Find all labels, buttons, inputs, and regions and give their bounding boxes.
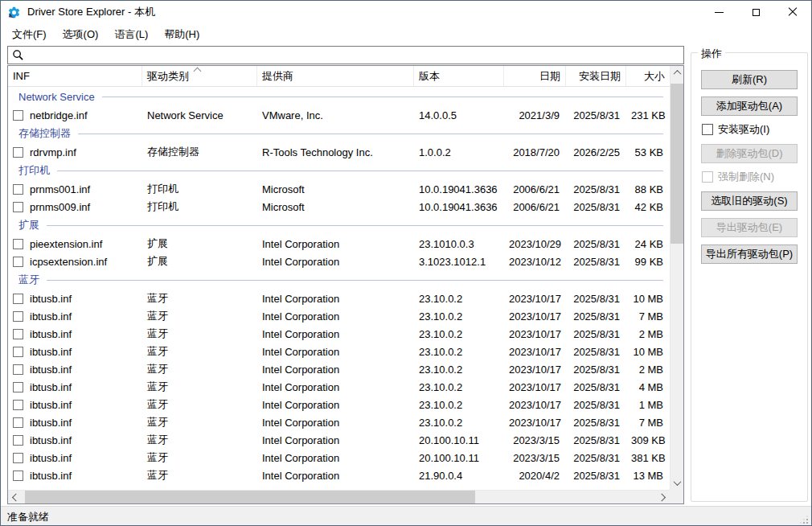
row-checkbox[interactable]	[13, 147, 23, 158]
table-row[interactable]: ibtusb.inf蓝牙Intel Corporation21.90.0.420…	[8, 466, 670, 484]
table-row[interactable]: ibtusb.inf蓝牙Intel Corporation23.10.0.220…	[8, 396, 670, 413]
row-checkbox[interactable]	[13, 435, 23, 446]
add-driver-package-button[interactable]: 添加驱动包(A)	[701, 97, 798, 116]
cell-5: 2025/8/31	[566, 381, 626, 393]
export-all-driver-packages-button[interactable]: 导出所有驱动包(P)	[701, 245, 798, 264]
inf-cell: ibtusb.inf	[8, 399, 142, 411]
row-checkbox[interactable]	[13, 294, 23, 304]
title-bar: Driver Store Explorer - 本机	[1, 1, 811, 23]
menu-item-language[interactable]: 语言(L)	[106, 24, 156, 45]
row-checkbox[interactable]	[13, 239, 23, 249]
table-row[interactable]: prnms009.inf打印机Microsoft10.0.19041.36362…	[8, 198, 670, 216]
row-checkbox[interactable]	[13, 364, 23, 375]
inf-filename: netbridge.inf	[30, 109, 88, 121]
scroll-up-button[interactable]	[671, 66, 684, 80]
cell-6: 2 MB	[626, 328, 670, 340]
cell-1: 打印机	[142, 182, 257, 196]
inf-filename: ibtusb.inf	[30, 310, 72, 323]
horizontal-scroll-thumb[interactable]	[25, 491, 475, 503]
row-checkbox[interactable]	[13, 329, 23, 339]
column-header-3[interactable]: 版本	[414, 66, 504, 86]
cell-6: 2 MB	[626, 364, 670, 376]
row-checkbox[interactable]	[13, 347, 23, 357]
menu-item-help[interactable]: 帮助(H)	[156, 24, 207, 45]
cell-5: 2025/8/31	[566, 328, 626, 340]
table-row[interactable]: ibtusb.inf蓝牙Intel Corporation20.100.10.1…	[8, 431, 670, 449]
row-checkbox[interactable]	[13, 257, 23, 267]
cell-4: 2006/6/21	[504, 183, 566, 195]
search-input[interactable]	[27, 47, 683, 64]
row-checkbox[interactable]	[13, 453, 23, 463]
table-row[interactable]: pieextension.inf扩展Intel Corporation23.10…	[8, 235, 670, 253]
row-checkbox[interactable]	[13, 417, 23, 428]
table-row[interactable]: ibtusb.inf蓝牙Intel Corporation20.100.10.1…	[8, 449, 670, 466]
table-row[interactable]: ibtusb.inf蓝牙Intel Corporation23.10.0.220…	[8, 343, 670, 360]
inf-filename: ibtusb.inf	[30, 381, 72, 393]
install-driver-checkbox[interactable]: 安装驱动(I)	[702, 123, 798, 136]
table-row[interactable]: rdrvmp.inf存储控制器R-Tools Technology Inc.1.…	[8, 143, 670, 161]
row-checkbox[interactable]	[13, 110, 23, 121]
cell-3: 20.100.10.11	[414, 452, 504, 464]
actions-items: 刷新(R)添加驱动包(A)安装驱动(I)删除驱动包(D)强制删除(N)选取旧的驱…	[691, 53, 807, 271]
group-label: Network Service	[18, 91, 95, 103]
column-header-0[interactable]: INF	[8, 66, 142, 86]
close-button[interactable]	[774, 1, 811, 23]
column-header-6[interactable]: 大小	[626, 66, 670, 86]
cell-6: 42 KB	[626, 201, 670, 213]
chevron-up-icon	[674, 70, 682, 78]
inf-filename: pieextension.inf	[30, 238, 102, 250]
refresh-button[interactable]: 刷新(R)	[701, 70, 798, 89]
column-header-5[interactable]: 安装日期	[566, 66, 626, 86]
inf-filename: ibtusb.inf	[30, 470, 72, 482]
actions-panel: 操作 刷新(R)添加驱动包(A)安装驱动(I)删除驱动包(D)强制删除(N)选取…	[691, 52, 808, 502]
vertical-scrollbar[interactable]	[670, 66, 683, 490]
table-row[interactable]: prnms001.inf打印机Microsoft10.0.19041.36362…	[8, 180, 670, 198]
row-checkbox[interactable]	[13, 311, 23, 322]
scrollbar-corner	[670, 490, 683, 503]
cell-6: 53 KB	[626, 146, 670, 158]
table-row[interactable]: ibtusb.inf蓝牙Intel Corporation23.10.0.220…	[8, 360, 670, 378]
table-row[interactable]: ibtusb.inf蓝牙Intel Corporation23.10.0.220…	[8, 413, 670, 431]
resize-grip[interactable]	[806, 522, 808, 524]
menu-item-options[interactable]: 选项(O)	[55, 24, 107, 45]
cell-1: 蓝牙	[142, 362, 257, 376]
column-header-4[interactable]: 日期	[504, 66, 566, 86]
cell-1: Network Service	[142, 109, 257, 121]
cell-1: 蓝牙	[142, 415, 257, 429]
cell-5: 2025/8/31	[566, 364, 626, 376]
cell-6: 7 MB	[626, 310, 670, 323]
row-checkbox[interactable]	[13, 400, 23, 410]
cell-2: Intel Corporation	[257, 293, 414, 305]
select-old-drivers-button[interactable]: 选取旧的驱动(S)	[701, 191, 798, 211]
cell-5: 2025/8/31	[566, 346, 626, 358]
cell-2: Intel Corporation	[257, 452, 414, 464]
table-row[interactable]: ibtusb.inf蓝牙Intel Corporation23.10.0.220…	[8, 307, 670, 325]
scroll-down-button[interactable]	[671, 476, 684, 490]
table-row[interactable]: netbridge.infNetwork ServiceVMware, Inc.…	[8, 106, 670, 124]
inf-filename: ibtusb.inf	[30, 399, 72, 411]
horizontal-scrollbar[interactable]	[8, 490, 670, 503]
row-checkbox[interactable]	[13, 202, 23, 212]
vertical-scroll-thumb[interactable]	[671, 84, 683, 244]
scroll-left-button[interactable]	[8, 491, 22, 504]
table-row[interactable]: ibtusb.inf蓝牙Intel Corporation23.10.0.220…	[8, 325, 670, 343]
column-header-2[interactable]: 提供商	[257, 66, 414, 86]
row-checkbox[interactable]	[13, 382, 23, 392]
table-row[interactable]: ibtusb.inf蓝牙Intel Corporation23.10.0.220…	[8, 290, 670, 307]
cell-3: 21.90.0.4	[414, 470, 504, 482]
menu-item-file[interactable]: 文件(F)	[4, 24, 55, 45]
row-checkbox[interactable]	[13, 471, 23, 481]
row-checkbox[interactable]	[13, 184, 23, 195]
inf-filename: ibtusb.inf	[30, 364, 72, 376]
cell-4: 2023/10/17	[504, 293, 566, 305]
scroll-right-button[interactable]	[656, 491, 670, 504]
inf-filename: ibtusb.inf	[30, 452, 72, 464]
table-row[interactable]: icpsextension.inf扩展Intel Corporation3.10…	[8, 253, 670, 270]
cell-5: 2025/8/31	[566, 434, 626, 446]
minimize-button[interactable]	[700, 1, 737, 23]
table-row[interactable]: ibtusb.inf蓝牙Intel Corporation23.10.0.220…	[8, 378, 670, 396]
maximize-button[interactable]	[737, 1, 774, 23]
cell-2: Intel Corporation	[257, 346, 414, 358]
cell-3: 10.0.19041.3636	[414, 183, 504, 195]
chevron-right-icon	[658, 494, 666, 502]
